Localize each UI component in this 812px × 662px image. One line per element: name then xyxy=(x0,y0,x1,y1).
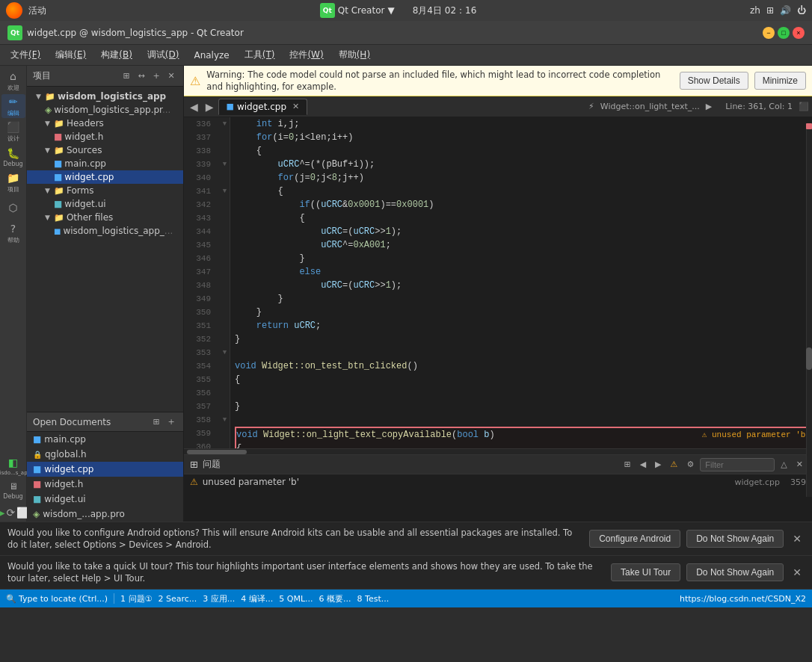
sidebar-wid-icon[interactable]: ◧ wisdо...s_app xyxy=(1,454,25,478)
tree-main-cpp[interactable]: ■ main.cpp xyxy=(27,157,183,170)
run-icon[interactable]: ▶ xyxy=(0,507,5,519)
scrollbar-thumb[interactable] xyxy=(806,347,812,370)
tab-expand-icon[interactable]: ⬛ xyxy=(799,102,809,111)
tree-pro-file[interactable]: ◈ wisdom_logistics_app.pr... xyxy=(27,103,183,117)
status-test[interactable]: 8 Test... xyxy=(357,594,390,604)
status-locate[interactable]: 🔍 Type to locate (Ctrl...) xyxy=(6,594,108,604)
status-search[interactable]: 2 Searc... xyxy=(158,594,197,604)
firefox-icon[interactable] xyxy=(6,2,22,19)
sidebar-extensions[interactable]: ⬡ xyxy=(1,196,25,220)
fold-342[interactable]: ▼ xyxy=(220,185,230,198)
sidebar-edit[interactable]: ✏ 编辑 xyxy=(1,94,25,118)
h-scrollbar[interactable] xyxy=(184,448,812,454)
tab-arrow-icon[interactable]: ▶ xyxy=(706,102,712,111)
show-details-button[interactable]: Show Details xyxy=(680,72,748,90)
tree-widget-ui[interactable]: ■ widget.ui xyxy=(27,197,183,211)
configure-android-button[interactable]: Configure Android xyxy=(589,530,680,548)
notif-android-close-icon[interactable]: ✕ xyxy=(790,533,805,545)
fold-359[interactable]: ▼ xyxy=(220,413,230,427)
problems-back-icon[interactable]: ◀ xyxy=(637,458,649,471)
sidebar-projects[interactable]: 📁 项目 xyxy=(1,170,25,194)
status-issues[interactable]: 1 问题① xyxy=(120,593,152,604)
do-not-show-android-button[interactable]: Do Not Show Again xyxy=(686,530,784,548)
volume-icon[interactable]: 🔊 xyxy=(780,5,791,16)
problems-settings-icon[interactable]: ⚙ xyxy=(683,458,697,471)
fold-337[interactable]: ▼ xyxy=(220,117,230,131)
status-compile[interactable]: 4 编译... xyxy=(241,593,273,604)
menu-file[interactable]: 文件(F) xyxy=(4,46,46,64)
menu-analyze[interactable]: Analyze xyxy=(188,48,235,63)
close-button[interactable]: × xyxy=(793,27,805,39)
editor-scrollbar[interactable] xyxy=(806,123,812,497)
open-doc-widget-cpp[interactable]: ■ widget.cpp xyxy=(27,462,183,477)
status-overview[interactable]: 6 概要... xyxy=(319,593,351,604)
build-run-icon[interactable]: ⟳ xyxy=(7,507,16,519)
menu-controls[interactable]: 控件(W) xyxy=(283,46,329,64)
problems-expand-icon[interactable]: △ xyxy=(778,458,790,471)
filter-icon[interactable]: ⊞ xyxy=(120,70,132,82)
status-apply[interactable]: 3 应用... xyxy=(203,593,235,604)
sync-icon[interactable]: ↔ xyxy=(135,70,147,82)
open-doc-pro[interactable]: ◈ wisdom_...app.pro xyxy=(27,507,183,522)
tree-sources-folder[interactable]: ▼ 📁 Sources xyxy=(27,143,183,157)
minimize-button[interactable]: Minimize xyxy=(754,72,806,90)
menu-help[interactable]: 帮助(H) xyxy=(333,46,376,64)
sources-folder-icon: 📁 xyxy=(54,146,64,155)
problems-warning-icon[interactable]: ⚠ xyxy=(668,458,681,471)
panel-close-icon[interactable]: ✕ xyxy=(165,70,177,82)
tab-forward-button[interactable]: ▶ xyxy=(203,101,217,113)
status-qml[interactable]: 5 QML... xyxy=(279,594,313,604)
problem-line: 359 xyxy=(790,477,806,487)
power-icon[interactable]: ⏻ xyxy=(797,5,806,16)
tree-other-file[interactable]: ■ wisdom_logistics_app_... xyxy=(27,224,183,238)
fold-354[interactable]: ▼ xyxy=(220,346,230,359)
problems-close-icon[interactable]: ✕ xyxy=(793,458,806,471)
minimize-button[interactable]: − xyxy=(763,27,775,39)
sidebar-help[interactable]: ? 帮助 xyxy=(1,221,25,245)
problems-filter-input[interactable] xyxy=(700,458,775,471)
code-content[interactable]: int i,j; for(i=0;i<len;i++) { uCRC^=(*(p… xyxy=(230,117,812,448)
widgeth-label: widget.h xyxy=(44,479,83,489)
code-editor[interactable]: 336 337 338 339 340 341 342 343 344 345 … xyxy=(184,117,812,448)
tab-close-icon[interactable]: ✕ xyxy=(292,102,299,111)
menu-tools[interactable]: 工具(T) xyxy=(239,46,281,64)
tree-other-folder[interactable]: ▼ 📁 Other files xyxy=(27,211,183,224)
notif-tour-text: Would you like to take a quick UI tour? … xyxy=(7,560,605,584)
do-not-show-tour-button[interactable]: Do Not Show Again xyxy=(686,563,784,581)
problem-warn-icon: ⚠ xyxy=(190,477,198,487)
tree-headers-folder[interactable]: ▼ 📁 Headers xyxy=(27,117,183,130)
open-doc-widget-h[interactable]: ■ widget.h xyxy=(27,477,183,492)
problems-filter-icon[interactable]: ⊞ xyxy=(621,458,633,471)
open-docs-add-icon[interactable]: + xyxy=(165,416,177,428)
sidebar-monitor[interactable]: 🖥 Debug xyxy=(1,478,25,502)
sidebar-welcome[interactable]: ⌂ 欢迎 xyxy=(1,69,25,93)
fold-340[interactable]: ▼ xyxy=(220,158,230,171)
open-doc-main-cpp[interactable]: ■ main.cpp xyxy=(27,432,183,447)
tree-forms-folder[interactable]: ▼ 📁 Forms xyxy=(27,184,183,197)
status-url[interactable]: https://blog.csdn.net/CSDN_X2 xyxy=(680,594,806,604)
menu-edit[interactable]: 编辑(E) xyxy=(49,46,92,64)
menu-build[interactable]: 构建(B) xyxy=(95,46,138,64)
open-doc-widget-ui[interactable]: ■ widget.ui xyxy=(27,492,183,507)
tree-widget-cpp[interactable]: ■ widget.cpp xyxy=(27,170,183,184)
open-docs-filter-icon[interactable]: ⊞ xyxy=(150,416,162,428)
app-arrow-icon[interactable]: ▼ xyxy=(387,5,394,16)
editor-tab-widget-cpp[interactable]: ■ widget.cpp ✕ xyxy=(218,99,308,115)
sidebar-debug[interactable]: 🐛 Debug xyxy=(1,145,25,169)
widgetui-icon: ■ xyxy=(33,494,41,504)
tree-widget-h[interactable]: ■ widget.h xyxy=(27,130,183,143)
add-icon[interactable]: + xyxy=(150,70,162,82)
menu-debug[interactable]: 调试(D) xyxy=(141,46,185,64)
tree-root-project[interactable]: ▼ 📁 wisdom_logistics_app xyxy=(27,90,183,103)
activities-label[interactable]: 活动 xyxy=(28,4,46,17)
sidebar-design[interactable]: ⬛ 设计 xyxy=(1,120,25,143)
notif-tour-close-icon[interactable]: ✕ xyxy=(790,566,805,578)
take-ui-tour-button[interactable]: Take UI Tour xyxy=(611,563,680,581)
h-scrollbar-thumb[interactable] xyxy=(187,450,247,454)
maximize-button[interactable]: □ xyxy=(778,27,790,39)
problem-item-0[interactable]: ⚠ unused parameter 'b' widget.cpp 359 xyxy=(184,474,812,489)
ln-360: 360 xyxy=(184,440,215,448)
open-doc-qglobal[interactable]: 🔒 qglobal.h xyxy=(27,447,183,462)
problems-forward-icon[interactable]: ▶ xyxy=(652,458,664,471)
tab-back-button[interactable]: ◀ xyxy=(187,101,201,113)
